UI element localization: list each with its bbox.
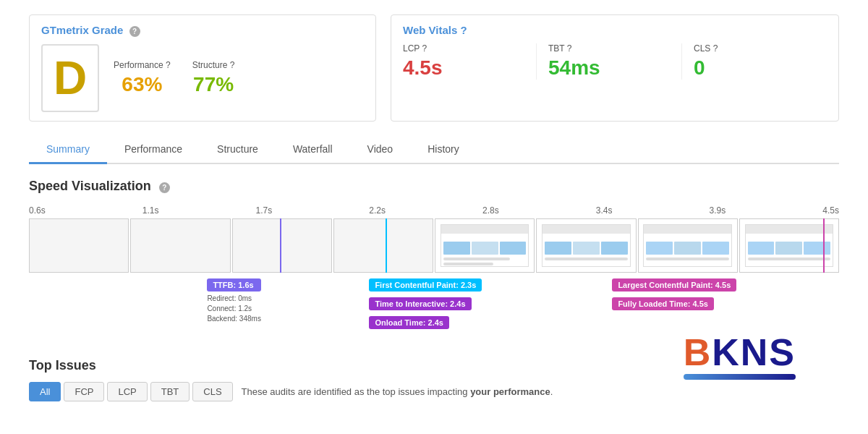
- structure-label: Structure ?: [192, 60, 235, 70]
- performance-value: 63%: [114, 73, 171, 96]
- grade-box-title: GTmetrix Grade ?: [41, 24, 364, 37]
- tti-marker: Time to Interactive: 2.4s: [369, 297, 471, 310]
- structure-help-icon[interactable]: ?: [230, 60, 235, 70]
- filter-cls-button[interactable]: CLS: [192, 382, 232, 401]
- tab-summary[interactable]: Summary: [29, 136, 107, 164]
- grade-letter: D: [41, 44, 99, 112]
- fcp-marker: First Contentful Paint: 2.3s: [369, 278, 482, 292]
- tab-history[interactable]: History: [410, 136, 477, 164]
- flt-marker-label: Fully Loaded Time: 4.5s: [612, 297, 714, 310]
- tab-structure[interactable]: Structure: [200, 136, 276, 164]
- grade-title-text: GTmetrix Grade: [41, 24, 123, 36]
- speed-viz-help-icon[interactable]: ?: [159, 182, 170, 193]
- tl-label-4: 2.8s: [482, 205, 499, 216]
- speed-visualization-section: Speed Visualization ? 0.6s 1.1s 1.7s 2.2…: [29, 179, 839, 336]
- brand-kns: KNS: [712, 331, 796, 373]
- filter-all-button[interactable]: All: [29, 382, 61, 401]
- filter-buttons-row: All FCP LCP TBT CLS These audits are ide…: [29, 382, 839, 401]
- filter-info-text: These audits are identified as the top i…: [242, 386, 553, 397]
- brand-text: BKNS: [684, 333, 796, 371]
- bottom-section: Top Issues All FCP LCP TBT CLS These aud…: [29, 358, 839, 401]
- onload-marker-label: Onload Time: 2.4s: [369, 316, 449, 329]
- grade-box: GTmetrix Grade ? D Performance ? 63%: [29, 14, 376, 122]
- tab-performance[interactable]: Performance: [107, 136, 200, 164]
- speed-viz-title: Speed Visualization ?: [29, 179, 839, 194]
- tl-label-6: 3.9s: [710, 205, 726, 216]
- performance-label: Performance ?: [114, 60, 171, 70]
- tbt-vital: TBT ? 54ms: [537, 43, 682, 80]
- screenshot-strip-wrapper: [29, 218, 839, 273]
- ttfb-marker-label: TTFB: 1.6s: [207, 278, 261, 292]
- screenshot-frame-3: [333, 218, 433, 273]
- tl-label-2: 1.7s: [256, 205, 273, 216]
- filter-tbt-button[interactable]: TBT: [150, 382, 190, 401]
- timeline-labels: 0.6s 1.1s 1.7s 2.2s 2.8s 3.4s 3.9s 4.5s: [29, 205, 839, 216]
- onload-marker: Onload Time: 2.4s: [369, 316, 449, 329]
- tl-label-5: 3.4s: [596, 205, 613, 216]
- lcp-vital: LCP ? 4.5s: [403, 43, 537, 80]
- cls-label: CLS ?: [694, 43, 815, 54]
- fcp-marker-label: First Contentful Paint: 2.3s: [369, 278, 482, 292]
- screenshot-frame-6: [638, 218, 738, 273]
- page-container: GTmetrix Grade ? D Performance ? 63%: [0, 0, 868, 434]
- web-vitals-help-icon[interactable]: ?: [460, 24, 467, 36]
- tabs-container: Summary Performance Structure Waterfall …: [29, 136, 839, 164]
- ttfb-marker: TTFB: 1.6s Redirect: 0ms Connect: 1.2s B…: [207, 278, 261, 324]
- screenshot-strip: [29, 218, 839, 273]
- tab-video[interactable]: Video: [350, 136, 411, 164]
- grade-content: D Performance ? 63% Structure ?: [41, 44, 364, 112]
- tbt-label: TBT ?: [548, 43, 670, 54]
- screenshot-frame-7: [739, 218, 839, 273]
- top-section: GTmetrix Grade ? D Performance ? 63%: [29, 14, 839, 122]
- branding: BKNS: [684, 333, 796, 380]
- screenshot-frame-2: [232, 218, 332, 273]
- flt-marker: Fully Loaded Time: 4.5s: [612, 297, 714, 310]
- screenshot-frame-4: [435, 218, 535, 273]
- filter-lcp-button[interactable]: LCP: [107, 382, 147, 401]
- performance-help-icon[interactable]: ?: [166, 60, 171, 70]
- lcp-marker-label: Largest Contentful Paint: 4.5s: [612, 278, 736, 292]
- web-vitals-title: Web Vitals ?: [403, 24, 827, 36]
- lcp-help-icon[interactable]: ?: [422, 43, 427, 54]
- web-vitals-box: Web Vitals ? LCP ? 4.5s TBT ? 54ms: [391, 14, 839, 122]
- brand-underline: [684, 374, 796, 380]
- brand-b: B: [684, 331, 712, 373]
- timeline-markers-row: TTFB: 1.6s Redirect: 0ms Connect: 1.2s B…: [29, 278, 839, 336]
- grade-metrics: Performance ? 63% Structure ? 77%: [114, 60, 234, 96]
- cls-help-icon[interactable]: ?: [713, 43, 718, 54]
- cls-value: 0: [694, 56, 815, 80]
- cls-vital: CLS ? 0: [682, 43, 827, 80]
- tab-waterfall[interactable]: Waterfall: [276, 136, 350, 164]
- structure-value: 77%: [192, 73, 235, 96]
- tl-label-3: 2.2s: [369, 205, 386, 216]
- lcp-value: 4.5s: [403, 56, 524, 80]
- vitals-content: LCP ? 4.5s TBT ? 54ms CLS ?: [403, 43, 827, 80]
- grade-help-icon[interactable]: ?: [129, 26, 140, 37]
- lcp-marker: Largest Contentful Paint: 4.5s: [612, 278, 736, 292]
- tl-label-0: 0.6s: [29, 205, 46, 216]
- tti-marker-label: Time to Interactive: 2.4s: [369, 297, 471, 310]
- tl-label-1: 1.1s: [142, 205, 159, 216]
- performance-metric: Performance ? 63%: [114, 60, 171, 96]
- screenshot-frame-0: [29, 218, 129, 273]
- filter-fcp-button[interactable]: FCP: [64, 382, 104, 401]
- tbt-value: 54ms: [548, 56, 670, 80]
- ttfb-detail: Redirect: 0ms Connect: 1.2s Backend: 348…: [207, 294, 261, 324]
- timeline-container: 0.6s 1.1s 1.7s 2.2s 2.8s 3.4s 3.9s 4.5s: [29, 205, 839, 336]
- screenshot-frame-1: [130, 218, 230, 273]
- tbt-help-icon[interactable]: ?: [567, 43, 572, 54]
- lcp-label: LCP ?: [403, 43, 524, 54]
- tl-label-7: 4.5s: [822, 205, 839, 216]
- screenshot-frame-5: [536, 218, 636, 273]
- structure-metric: Structure ? 77%: [192, 60, 235, 96]
